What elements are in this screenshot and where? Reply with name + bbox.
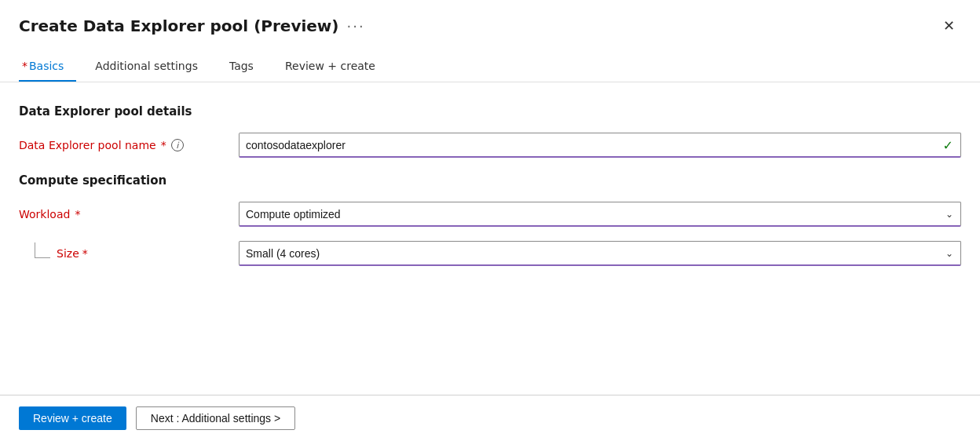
more-icon[interactable]: ··· xyxy=(346,18,364,35)
pool-details-title: Data Explorer pool details xyxy=(19,104,961,118)
compute-spec-section: Compute specification Workload * Compute… xyxy=(19,173,961,266)
compute-spec-title: Compute specification xyxy=(19,173,961,188)
workload-select-wrapper: Compute optimized Storage optimized ⌄ xyxy=(239,202,961,227)
pool-name-label-area: Data Explorer pool name * i xyxy=(19,139,239,151)
workload-required-star: * xyxy=(75,208,80,220)
tab-basics[interactable]: *Basics xyxy=(19,53,76,82)
name-required-star: * xyxy=(161,139,166,151)
size-required-star: * xyxy=(82,247,88,260)
tab-tags[interactable]: Tags xyxy=(226,53,266,82)
size-select-wrapper: Extra small (2 cores) Small (4 cores) Me… xyxy=(239,241,961,266)
workload-row: Workload * Compute optimized Storage opt… xyxy=(19,202,961,227)
size-label: Size xyxy=(57,247,79,260)
workload-label: Workload xyxy=(19,208,70,220)
tab-review-create-label: Review + create xyxy=(285,60,375,72)
tabs: *Basics Additional settings Tags Review … xyxy=(19,53,961,82)
review-create-button[interactable]: Review + create xyxy=(19,406,126,430)
tab-additional-settings[interactable]: Additional settings xyxy=(92,53,210,82)
dialog-title-area: Create Data Explorer pool (Preview) ··· xyxy=(19,16,365,35)
workload-label-area: Workload * xyxy=(19,208,239,220)
tab-basics-label: Basics xyxy=(29,60,64,72)
size-row: Size * Extra small (2 cores) Small (4 co… xyxy=(19,241,961,266)
pool-name-input[interactable] xyxy=(239,133,961,158)
pool-name-row: Data Explorer pool name * i ✓ xyxy=(19,133,961,158)
tab-additional-settings-label: Additional settings xyxy=(95,60,198,72)
basics-required-star: * xyxy=(22,60,27,72)
tab-review-create[interactable]: Review + create xyxy=(282,53,388,82)
dialog-title: Create Data Explorer pool (Preview) xyxy=(19,16,338,35)
workload-select[interactable]: Compute optimized Storage optimized xyxy=(239,202,961,227)
form-body: Data Explorer pool details Data Explorer… xyxy=(0,82,980,395)
name-valid-checkmark: ✓ xyxy=(943,138,953,153)
close-button[interactable]: ✕ xyxy=(937,16,961,36)
tabs-container: *Basics Additional settings Tags Review … xyxy=(0,44,980,82)
create-dialog: Create Data Explorer pool (Preview) ··· … xyxy=(0,0,980,441)
dialog-header: Create Data Explorer pool (Preview) ··· … xyxy=(0,0,980,44)
size-select[interactable]: Extra small (2 cores) Small (4 cores) Me… xyxy=(239,241,961,266)
pool-details-section: Data Explorer pool details Data Explorer… xyxy=(19,104,961,158)
info-icon[interactable]: i xyxy=(171,139,184,151)
next-additional-settings-button[interactable]: Next : Additional settings > xyxy=(136,406,295,430)
footer: Review + create Next : Additional settin… xyxy=(0,395,980,441)
size-label-area: Size * xyxy=(19,247,239,260)
tree-connector-icon xyxy=(35,242,50,258)
pool-name-input-wrapper: ✓ xyxy=(239,133,961,158)
pool-name-label: Data Explorer pool name xyxy=(19,139,156,151)
tab-tags-label: Tags xyxy=(229,60,254,72)
